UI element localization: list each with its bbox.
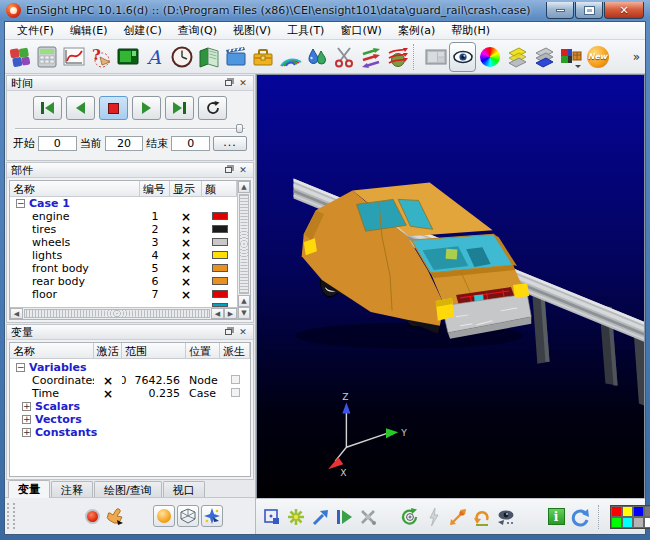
variables-panel-float-button[interactable] [222, 327, 234, 338]
media-clapper-icon[interactable] [222, 42, 249, 72]
part-row-front-body[interactable]: front body 5 × [10, 262, 237, 275]
parts-case-row[interactable]: Case 1 [10, 197, 237, 210]
variable-active-mark[interactable]: × [94, 389, 122, 399]
time-start-field[interactable]: 0 [38, 136, 77, 151]
vars-col-location[interactable]: 位置 [186, 343, 220, 359]
transform-star-icon[interactable] [284, 505, 308, 529]
palette-color[interactable] [644, 517, 650, 528]
scroll-up-icon[interactable]: ▲ [238, 181, 250, 193]
parts-hscrollbar[interactable]: ◀ ◀ ▶ [10, 307, 237, 319]
menu-create[interactable]: 创建(C) [115, 22, 169, 39]
variable-active-mark[interactable]: × [94, 376, 122, 386]
scroll-left-icon[interactable]: ◀ [10, 308, 23, 319]
parts-icon[interactable] [6, 42, 33, 72]
viewport-layout-icon[interactable] [422, 42, 449, 72]
play-flag-icon[interactable] [332, 505, 356, 529]
palette-edit-icon[interactable] [557, 42, 584, 72]
parts-col-show[interactable]: 显示 [170, 181, 202, 197]
calculator-icon[interactable] [33, 42, 60, 72]
variables-root-row[interactable]: Variables [10, 361, 250, 374]
collapse-icon[interactable] [16, 363, 25, 372]
part-row-clipped[interactable] [10, 301, 237, 306]
part-visible-mark[interactable]: × [170, 251, 202, 261]
toolbar-overflow-chevron[interactable]: » [633, 50, 644, 64]
part-color-swatch[interactable] [212, 212, 228, 220]
particle-trace-icon[interactable] [384, 42, 411, 72]
minimize-button[interactable] [546, 2, 574, 19]
menu-case[interactable]: 案例(a) [390, 22, 443, 39]
scale-arrows-icon[interactable] [446, 505, 470, 529]
new-feature-badge[interactable]: New [584, 42, 611, 72]
undo-view-icon[interactable] [470, 505, 494, 529]
part-visible-mark[interactable]: × [170, 264, 202, 274]
palette-color[interactable] [644, 506, 650, 517]
menu-help[interactable]: 帮助(H) [443, 22, 498, 39]
select-area-icon[interactable] [260, 505, 284, 529]
parts-col-name[interactable]: 名称 [10, 181, 140, 197]
part-row-wheels[interactable]: wheels 3 × [10, 236, 237, 249]
color-wheel-icon[interactable] [476, 42, 503, 72]
expand-icon[interactable] [22, 415, 31, 424]
vars-col-derived[interactable]: 派生 [220, 343, 250, 359]
time-slider-handle[interactable] [236, 124, 243, 133]
part-color-swatch[interactable] [212, 277, 228, 285]
var-group-scalars[interactable]: Scalars [10, 400, 250, 413]
jump-to-begin-button[interactable] [33, 96, 62, 120]
menu-view[interactable]: 视图(V) [225, 22, 279, 39]
viewport-icon[interactable] [114, 42, 141, 72]
menu-window[interactable]: 窗口(W) [332, 22, 389, 39]
parts-vscrollbar[interactable]: ▲ ▲ ▼ [237, 181, 250, 319]
translate-arrow-icon[interactable] [308, 505, 332, 529]
menu-query[interactable]: 查询(Q) [170, 22, 225, 39]
loop-button[interactable] [198, 96, 227, 120]
maximize-button[interactable] [575, 2, 603, 19]
visibility-eye-icon[interactable] [449, 42, 476, 72]
part-row-tires[interactable]: tires 2 × [10, 223, 237, 236]
spark-tool-button[interactable] [201, 505, 223, 527]
part-visible-mark[interactable]: × [170, 238, 202, 248]
vars-col-range[interactable]: 范围 [122, 343, 186, 359]
time-panel-close-button[interactable]: ✕ [237, 78, 249, 89]
variables-panel-close-button[interactable]: ✕ [237, 327, 249, 338]
part-color-swatch[interactable] [212, 264, 228, 272]
render-viewport[interactable]: Z Y X [256, 74, 645, 498]
part-visible-mark[interactable]: × [170, 225, 202, 235]
drag-grip[interactable] [7, 503, 15, 529]
vars-col-name[interactable]: 名称 [10, 343, 94, 359]
part-row-engine[interactable]: engine 1 × [10, 210, 237, 223]
jump-to-end-button[interactable] [165, 96, 194, 120]
play-forward-button[interactable] [132, 96, 161, 120]
plot-icon[interactable] [60, 42, 87, 72]
part-row-lights[interactable]: lights 4 × [10, 249, 237, 262]
tab-viewport[interactable]: 视口 [163, 481, 205, 497]
scroll-left-icon[interactable]: ◀ [211, 308, 224, 319]
tools-disabled-icon[interactable] [356, 505, 380, 529]
highlight-ball-button[interactable] [153, 505, 175, 527]
annotation-icon[interactable]: A [141, 42, 168, 72]
archive-book-icon[interactable] [195, 42, 222, 72]
clip-layers-icon[interactable] [530, 42, 557, 72]
lightning-disabled-icon[interactable] [422, 505, 446, 529]
hide-eye-icon[interactable] [494, 505, 518, 529]
isosurface-drops-icon[interactable] [303, 42, 330, 72]
menu-edit[interactable]: 编辑(E) [62, 22, 116, 39]
menu-tools[interactable]: 工具(T) [279, 22, 332, 39]
parts-col-color[interactable]: 颜 [202, 181, 237, 197]
var-row-time[interactable]: Time × 0.235 Case [10, 387, 250, 400]
time-end-field[interactable]: 0 [171, 136, 210, 151]
elevated-surface-icon[interactable] [503, 42, 530, 72]
palette-color[interactable] [622, 517, 633, 528]
bounding-box-button[interactable] [177, 505, 199, 527]
scroll-up-icon[interactable]: ▲ [238, 295, 250, 307]
time-panel-float-button[interactable] [222, 78, 234, 89]
time-clock-icon[interactable] [168, 42, 195, 72]
parts-panel-float-button[interactable] [222, 165, 234, 176]
tab-annotation[interactable]: 注释 [51, 481, 93, 497]
vector-arrows-icon[interactable] [357, 42, 384, 72]
palette-color[interactable] [622, 506, 633, 517]
var-group-vectors[interactable]: Vectors [10, 413, 250, 426]
info-button[interactable]: i [544, 505, 568, 529]
palette-color[interactable] [611, 517, 622, 528]
derived-checkbox[interactable] [231, 375, 240, 384]
part-color-swatch[interactable] [212, 238, 228, 246]
